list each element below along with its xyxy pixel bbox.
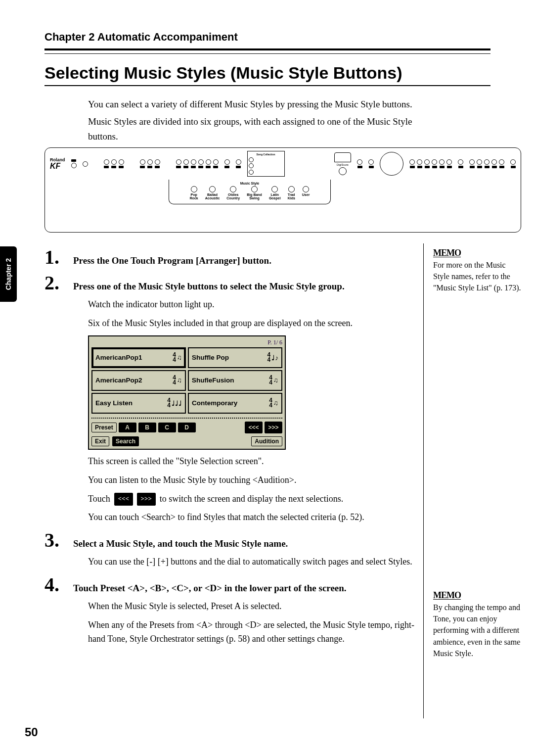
ss-page-indicator: P. 1/ 6 (91, 339, 282, 346)
music-style-callout: Music Style Pop RockBallad AcousticOldie… (169, 180, 331, 204)
style-cell[interactable]: AmericanPop244♫ (91, 370, 186, 391)
step-3: 3. Select a Music Style, and touch the M… (44, 530, 415, 569)
preset-d-button[interactable]: D (178, 423, 196, 432)
preset-label: Preset (91, 423, 117, 432)
music-style-label: Music Style (240, 182, 260, 185)
step-4-line-1: When the Music Style is selected, Preset… (88, 600, 415, 614)
preset-b-button[interactable]: B (138, 423, 156, 432)
memo-1-text: For more on the Music Style names, refer… (433, 259, 522, 294)
preset-a-button[interactable]: A (119, 423, 136, 432)
header-rule (44, 48, 490, 54)
step-3-title: Select a Music Style, and touch the Musi… (73, 538, 288, 550)
style-cell[interactable]: Shuffle Pop44♩♪ (188, 347, 282, 368)
hardware-panel-figure: Roland KF Song Collection DigiScore (44, 147, 521, 233)
digiscore-label: DigiScore (334, 152, 351, 175)
song-collection-panel: Song Collection (247, 151, 285, 177)
step-1-title: Press the One Touch Program [Arranger] b… (73, 255, 271, 267)
column-divider (423, 243, 424, 718)
memo-2-text: By changing the tempo and Tone, you can … (433, 602, 522, 659)
preset-c-button[interactable]: C (158, 423, 176, 432)
step-2-after-2: You can listen to the Music Style by tou… (88, 473, 415, 487)
music-style-button: Big Band Swing (247, 186, 262, 200)
page-next-button[interactable]: >>> (265, 422, 282, 433)
page-title: Selecting Music Styles (Music Style Butt… (44, 63, 402, 83)
step-2-title: Press one of the Music Style buttons to … (73, 281, 345, 293)
style-cell[interactable]: Contemporary44♫ (188, 393, 282, 414)
lead-para-2: Music Styles are divided into six groups… (88, 114, 419, 143)
style-selection-screenshot: P. 1/ 6 AmericanPop144♫Shuffle Pop44♩♪Am… (88, 335, 286, 450)
audition-button[interactable]: Audition (251, 436, 282, 446)
chapter-header: Chapter 2 Automatic Accompaniment (44, 31, 238, 44)
style-cell[interactable]: Easy Listen44♩♩♩ (91, 393, 186, 414)
step-2-after-1: This screen is called the "Style Selecti… (88, 455, 415, 469)
step-4: 4. Touch Preset <A>, <B>, <C>, or <D> in… (44, 575, 415, 646)
step-4-line-2: When any of the Presets from <A> through… (88, 618, 415, 646)
memo-icon: MEMO (433, 246, 461, 259)
inline-prev-icon: <<< (114, 493, 133, 506)
page-number: 50 (25, 725, 38, 739)
music-style-button: Oldies Country (226, 186, 240, 200)
step-2-search-line: You can touch <Search> to find Styles th… (88, 511, 415, 524)
inline-next-icon: >>> (137, 493, 156, 506)
memo-2: MEMO By changing the tempo and Tone, you… (433, 589, 522, 659)
lead-para-1: You can select a variety of different Mu… (88, 97, 419, 111)
chapter-tab: Chapter 2 (0, 246, 17, 302)
music-style-button: Ballad Acoustic (205, 186, 220, 200)
memo-icon: MEMO (433, 589, 461, 602)
step-3-line-1: You can use the [-] [+] buttons and the … (88, 555, 415, 569)
user-style-button: User (302, 186, 310, 200)
step-2: 2. Press one of the Music Style buttons … (44, 273, 415, 524)
music-style-button: Pop Rock (190, 186, 198, 200)
step-2-line-2: Six of the Music Styles included in that… (88, 317, 415, 331)
style-cell[interactable]: ShufleFusion44♫ (188, 370, 282, 391)
dial (380, 152, 403, 176)
title-underline (44, 85, 490, 86)
music-style-button: Trad Kids (288, 186, 295, 200)
exit-button[interactable]: Exit (91, 436, 109, 446)
lead-text: You can select a variety of different Mu… (88, 97, 419, 143)
search-button[interactable]: Search (112, 436, 139, 446)
step-1: 1. Press the One Touch Program [Arranger… (44, 247, 415, 267)
step-2-line-1: Watch the indicator button light up. (88, 298, 415, 312)
style-cell[interactable]: AmericanPop144♫ (91, 347, 186, 368)
step-2-touch-line: Touch <<< >>> to switch the screen and d… (88, 492, 415, 506)
brand-logo: Roland KF (50, 158, 65, 170)
memo-1: MEMO For more on the Music Style names, … (433, 246, 522, 294)
step-4-title: Touch Preset <A>, <B>, <C>, or <D> in th… (73, 582, 347, 595)
page-prev-button[interactable]: <<< (245, 422, 263, 433)
music-style-button: Latin Gospel (269, 186, 281, 200)
